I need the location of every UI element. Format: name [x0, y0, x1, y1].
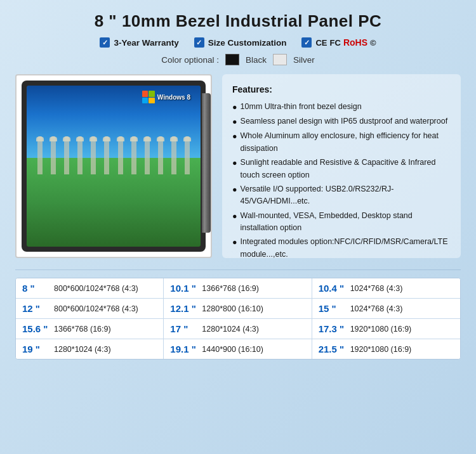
- spec-cell-10: 19.1 "1440*900 (16:10): [164, 339, 312, 359]
- spec-size-7: 17 ": [170, 323, 198, 334]
- spec-res-5: 1024*768 (4:3): [350, 304, 403, 313]
- bullet-1: ●: [232, 101, 237, 114]
- spec-size-1: 10.1 ": [170, 283, 198, 294]
- column-3: [64, 136, 69, 174]
- column-8: [131, 136, 136, 174]
- spec-size-9: 19 ": [22, 344, 50, 354]
- badge-size: ✓ Size Customization: [194, 37, 287, 48]
- color-optional-label: Color optional :: [161, 55, 219, 65]
- bullet-2: ●: [232, 116, 237, 128]
- spec-cell-7: 17 "1280*1024 (4:3): [164, 319, 312, 339]
- feature-2: ● Seamless panel design with IP65 dustpr…: [232, 115, 451, 128]
- color-black-label: Black: [246, 55, 267, 65]
- feature-3: ● Whole Aluminum alloy enclosure, high e…: [232, 130, 451, 155]
- feature-5: ● Versatile I/O supported: USB2.0/RS232/…: [232, 183, 451, 208]
- bullet-7: ●: [232, 237, 237, 249]
- check-icon-warranty: ✓: [100, 37, 110, 48]
- feature-7: ● Integrated modules option:NFC/IC/RFID/…: [232, 236, 451, 261]
- spec-size-3: 12 ": [22, 303, 50, 314]
- feature-6: ● Wall-mounted, VESA, Embedded, Desktop …: [232, 210, 451, 235]
- screen-inner: Windows 8: [27, 86, 201, 247]
- bullet-3: ●: [232, 131, 237, 143]
- spec-res-0: 800*600/1024*768 (4:3): [54, 284, 138, 293]
- spec-size-2: 10.4 ": [319, 283, 347, 294]
- product-image: Windows 8: [15, 74, 212, 258]
- spec-cell-6: 15.6 "1366*768 (16:9): [16, 319, 164, 339]
- win-square-yellow: [149, 98, 155, 104]
- check-icon-cert: ✓: [301, 37, 312, 48]
- fc-label: FC: [330, 38, 341, 48]
- column-9: [145, 136, 150, 174]
- spec-res-3: 800*600/1024*768 (4:3): [54, 304, 138, 313]
- spec-res-10: 1440*900 (16:10): [202, 345, 263, 354]
- spec-res-4: 1280*800 (16:10): [202, 304, 263, 313]
- win-square-red: [142, 91, 149, 97]
- spec-cell-2: 10.4 "1024*768 (4:3): [312, 278, 460, 299]
- main-content: Windows 8 Features: ● 10mm Ultra-thin fr…: [15, 74, 461, 258]
- badge-certs: ✓ CE FC RoHS ©: [301, 37, 376, 48]
- ce-label: CE: [315, 38, 327, 48]
- spec-cell-0: 8 "800*600/1024*768 (4:3): [16, 278, 164, 299]
- feature-text-6: Wall-mounted, VESA, Embedded, Desktop st…: [241, 210, 451, 235]
- feature-4: ● Sunlight readable and Resistive & Capa…: [232, 157, 451, 181]
- ccc-label: ©: [370, 38, 376, 48]
- features-title: Features:: [232, 83, 451, 97]
- badge-warranty: ✓ 3-Year Warranty: [100, 37, 178, 48]
- spec-res-6: 1366*768 (16:9): [54, 325, 111, 334]
- column-4: [77, 136, 83, 174]
- spec-cell-4: 12.1 "1280*800 (16:10): [164, 299, 312, 319]
- badge-size-label: Size Customization: [208, 38, 287, 48]
- windows-logo-icon: [142, 91, 155, 103]
- color-swatch-black[interactable]: [225, 54, 239, 65]
- color-swatch-silver[interactable]: [273, 54, 287, 65]
- cert-labels: CE FC RoHS ©: [315, 37, 376, 48]
- windows-logo-area: Windows 8: [142, 91, 190, 103]
- column-6: [104, 136, 109, 174]
- column-7: [118, 136, 123, 174]
- bullet-4: ●: [232, 157, 237, 169]
- bezel-side: [202, 93, 211, 233]
- spec-cell-11: 21.5 "1920*1080 (16:9): [312, 339, 460, 359]
- specs-grid: 8 "800*600/1024*768 (4:3)10.1 "1366*768 …: [15, 278, 461, 360]
- feature-text-5: Versatile I/O supported: USB2.0/RS232/RJ…: [241, 183, 451, 208]
- spec-cell-1: 10.1 "1366*768 (16:9): [164, 278, 312, 299]
- win-square-blue: [142, 98, 149, 104]
- spec-cell-9: 19 "1280*1024 (4:3): [16, 339, 164, 359]
- spec-cell-5: 15 "1024*768 (4:3): [312, 299, 460, 319]
- feature-text-7: Integrated modules option:NFC/IC/RFID/MS…: [241, 236, 451, 261]
- spec-size-0: 8 ": [22, 283, 50, 294]
- column-11: [171, 136, 176, 174]
- spec-size-11: 21.5 ": [319, 344, 347, 354]
- screen-columns: [27, 136, 201, 174]
- column-2: [51, 136, 56, 174]
- color-options-row: Color optional : Black Silver: [15, 54, 461, 65]
- column-1: [37, 136, 43, 174]
- spec-res-1: 1366*768 (16:9): [202, 284, 259, 293]
- badge-warranty-label: 3-Year Warranty: [114, 38, 178, 48]
- page-wrapper: 8 " 10mm Bezel Industrial Panel PC ✓ 3-Y…: [0, 0, 476, 454]
- color-silver-label: Silver: [293, 55, 315, 65]
- spec-res-7: 1280*1024 (4:3): [202, 325, 259, 334]
- windows-label: Windows 8: [157, 94, 190, 101]
- spec-size-10: 19.1 ": [170, 344, 198, 354]
- spec-res-9: 1280*1024 (4:3): [54, 345, 111, 354]
- feature-text-4: Sunlight readable and Resistive & Capaci…: [241, 157, 451, 181]
- divider: [15, 269, 461, 270]
- spec-res-2: 1024*768 (4:3): [350, 284, 403, 293]
- bullet-5: ●: [232, 184, 237, 196]
- feature-text-3: Whole Aluminum alloy enclosure, high eff…: [241, 130, 451, 155]
- screen-outer: Windows 8: [22, 81, 206, 252]
- column-10: [158, 136, 163, 174]
- feature-text-2: Seamless panel design with IP65 dustproo…: [241, 115, 448, 127]
- page-title: 8 " 10mm Bezel Industrial Panel PC: [15, 11, 461, 31]
- features-panel: Features: ● 10mm Ultra-thin front bezel …: [222, 74, 461, 258]
- spec-res-8: 1920*1080 (16:9): [350, 325, 412, 334]
- column-5: [91, 136, 96, 174]
- feature-1: ● 10mm Ultra-thin front bezel design: [232, 101, 451, 114]
- spec-res-11: 1920*1080 (16:9): [350, 345, 412, 354]
- badges-row: ✓ 3-Year Warranty ✓ Size Customization ✓…: [15, 37, 461, 48]
- column-12: [185, 136, 190, 174]
- spec-size-6: 15.6 ": [22, 323, 50, 334]
- spec-size-4: 12.1 ": [170, 303, 198, 314]
- rohs-label: RoHS: [343, 37, 367, 48]
